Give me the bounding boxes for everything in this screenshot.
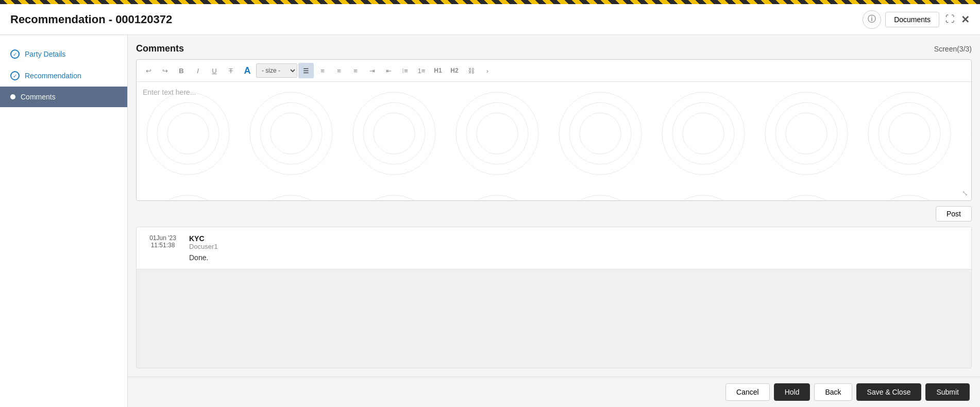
section-header: Comments Screen(3/3)	[136, 43, 972, 54]
more-button[interactable]: ›	[480, 63, 495, 78]
comment-date: 01Jun '23 11:51:38	[145, 234, 181, 262]
link-button[interactable]: ⛓	[463, 63, 479, 78]
post-button[interactable]: Post	[936, 206, 972, 222]
save-close-button[interactable]: Save & Close	[856, 383, 922, 401]
sidebar-item-comments[interactable]: Comments	[0, 87, 127, 107]
sidebar-label-comments: Comments	[21, 93, 56, 101]
post-row: Post	[136, 206, 972, 222]
documents-button[interactable]: Documents	[885, 12, 939, 27]
align-right-button[interactable]: ≡	[331, 63, 347, 78]
check-icon-recommendation: ✓	[10, 71, 20, 80]
check-icon-party: ✓	[10, 49, 20, 59]
top-warning-bar	[0, 0, 980, 4]
sidebar-label-party-details: Party Details	[25, 50, 65, 58]
section-title-text: Comments	[136, 43, 184, 54]
undo-icon: ↩	[146, 67, 151, 75]
more-icon: ›	[486, 67, 488, 75]
expand-editor-icon[interactable]: ⤡	[962, 189, 968, 197]
indent-button[interactable]: ⇥	[364, 63, 380, 78]
hold-button[interactable]: Hold	[774, 383, 810, 401]
redo-button[interactable]: ↪	[157, 63, 173, 78]
underline-button[interactable]: U	[207, 63, 222, 78]
cancel-button[interactable]: Cancel	[725, 383, 770, 401]
text-editor-container: ↩ ↪ B I U T	[136, 59, 972, 201]
bold-icon: B	[179, 67, 183, 75]
comment-author: Docuser1	[189, 243, 963, 250]
bold-button[interactable]: B	[174, 63, 189, 78]
ordered-list-button[interactable]: 1≡	[414, 63, 429, 78]
h2-icon: H2	[450, 67, 458, 74]
header-actions: ⓘ Documents ⛶ ✕	[863, 10, 970, 29]
strikethrough-button[interactable]: T	[223, 63, 239, 78]
font-size-select[interactable]: - size - 8 10 12 14 16 18 24	[256, 63, 297, 78]
align-justify-icon: ≡	[353, 67, 358, 75]
editor-placeholder: Enter text here...	[143, 88, 196, 96]
link-icon: ⛓	[468, 67, 475, 75]
editor-toolbar: ↩ ↪ B I U T	[137, 60, 971, 82]
expand-icon: ⛶	[945, 14, 955, 24]
h1-icon: H1	[434, 67, 442, 74]
italic-icon: I	[197, 67, 199, 75]
align-left-icon: ☰	[303, 67, 309, 75]
align-center-button[interactable]: ≡	[315, 63, 330, 78]
bullet-list-button[interactable]: ⁝≡	[397, 63, 413, 78]
outdent-icon: ⇤	[386, 67, 392, 75]
close-button[interactable]: ✕	[961, 13, 970, 26]
sidebar-item-recommendation[interactable]: ✓ Recommendation	[0, 65, 127, 87]
h1-button[interactable]: H1	[430, 63, 446, 78]
align-right-icon: ≡	[337, 67, 341, 75]
comments-section: Comments Screen(3/3) ↩ ↪ B I	[128, 35, 980, 377]
font-color-icon: A	[244, 65, 251, 76]
font-color-button[interactable]: A	[240, 63, 255, 78]
indent-icon: ⇥	[369, 67, 375, 75]
align-justify-button[interactable]: ≡	[348, 63, 363, 78]
dot-icon-comments	[10, 94, 15, 99]
redo-icon: ↪	[162, 67, 168, 75]
comment-title: KYC	[189, 234, 963, 243]
comment-text: Done.	[189, 253, 963, 262]
strikethrough-icon: T	[229, 67, 233, 75]
page-title: Recommendation - 000120372	[10, 13, 172, 26]
sidebar-label-recommendation: Recommendation	[25, 72, 81, 80]
expand-button[interactable]: ⛶	[943, 12, 957, 27]
h2-button[interactable]: H2	[447, 63, 462, 78]
ordered-list-icon: 1≡	[418, 67, 426, 75]
undo-button[interactable]: ↩	[141, 63, 156, 78]
back-button[interactable]: Back	[814, 383, 852, 401]
underline-icon: U	[212, 67, 216, 75]
submit-button[interactable]: Submit	[925, 383, 970, 401]
bullet-list-icon: ⁝≡	[402, 67, 408, 75]
footer-actions: Cancel Hold Back Save & Close Submit	[128, 377, 980, 407]
main-content: Comments Screen(3/3) ↩ ↪ B I	[128, 35, 980, 407]
editor-body[interactable]: Enter text here... ⤡	[137, 82, 971, 200]
main-header: Recommendation - 000120372 ⓘ Documents ⛶…	[0, 4, 980, 35]
comments-list: 01Jun '23 11:51:38 KYC Docuser1 Done.	[136, 227, 972, 368]
info-icon: ⓘ	[868, 14, 876, 25]
align-center-icon: ≡	[320, 67, 325, 75]
close-icon: ✕	[961, 14, 970, 25]
italic-button[interactable]: I	[190, 63, 206, 78]
screen-indicator: Screen(3/3)	[934, 45, 972, 53]
content-area: ✓ Party Details ✓ Recommendation Comment…	[0, 35, 980, 407]
comment-body: KYC Docuser1 Done.	[189, 234, 963, 262]
sidebar-item-party-details[interactable]: ✓ Party Details	[0, 43, 127, 65]
align-left-button[interactable]: ☰	[298, 63, 314, 78]
outdent-button[interactable]: ⇤	[381, 63, 396, 78]
sidebar: ✓ Party Details ✓ Recommendation Comment…	[0, 35, 128, 407]
comment-item: 01Jun '23 11:51:38 KYC Docuser1 Done.	[137, 227, 971, 269]
info-button[interactable]: ⓘ	[863, 10, 881, 29]
